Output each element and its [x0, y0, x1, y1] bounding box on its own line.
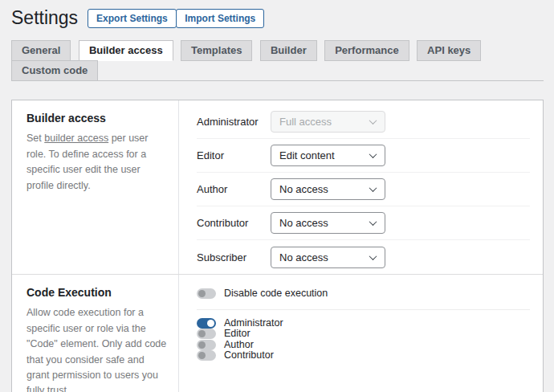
editor-access-select[interactable]: Edit content [271, 145, 385, 166]
builder-access-description: Set builder access per user role. To def… [26, 131, 169, 194]
page-header: Settings Export Settings Import Settings [11, 5, 544, 31]
author-code-toggle[interactable] [197, 340, 216, 350]
toggle-label: Administrator [224, 318, 283, 329]
chevron-down-icon [369, 185, 377, 193]
role-label: Author [197, 183, 271, 195]
chevron-down-icon [369, 218, 377, 227]
builder-access-section: Builder access Set builder access per us… [12, 100, 543, 274]
chevron-down-icon [369, 151, 377, 159]
tab-general[interactable]: General [11, 40, 71, 61]
code-execution-info: Code Execution Allow code execution for … [12, 275, 179, 392]
code-execution-heading: Code Execution [26, 286, 169, 299]
code-toggle-row-editor: Editor [197, 329, 530, 340]
toggle-label: Editor [224, 329, 251, 339]
toggle-knob [198, 290, 206, 297]
select-value: Full access [279, 116, 332, 128]
subscriber-access-select[interactable]: No access [271, 247, 385, 268]
divider [197, 309, 530, 310]
select-value: No access [279, 217, 328, 229]
author-access-select[interactable]: No access [271, 178, 385, 200]
tab-custom-code[interactable]: Custom code [11, 60, 98, 81]
toggle-knob [207, 320, 214, 327]
tab-api-keys[interactable]: API keys [417, 40, 481, 61]
code-execution-section: Code Execution Allow code execution for … [12, 274, 543, 392]
select-value: No access [279, 251, 328, 263]
export-settings-button[interactable]: Export Settings [88, 9, 177, 29]
role-label: Administrator [197, 116, 271, 128]
chevron-down-icon [369, 117, 377, 125]
role-label: Subscriber [197, 251, 271, 263]
disable-code-execution-toggle[interactable] [197, 288, 216, 299]
role-row-contributor: Contributor No access [197, 206, 530, 240]
tab-performance[interactable]: Performance [324, 40, 409, 61]
tab-builder-access[interactable]: Builder access [79, 40, 173, 61]
tab-templates[interactable]: Templates [181, 40, 252, 61]
role-row-administrator: Administrator Full access [197, 105, 530, 139]
toggle-label: Contributor [224, 350, 274, 361]
select-value: Edit content [279, 149, 335, 161]
role-label: Contributor [197, 217, 271, 229]
page-title: Settings [11, 6, 78, 31]
code-execution-description: Allow code execution for a specific user… [26, 305, 169, 392]
role-row-author: Author No access [197, 173, 530, 206]
contributor-access-select[interactable]: No access [271, 212, 385, 234]
code-toggle-row-author: Author [197, 339, 530, 350]
builder-access-link[interactable]: builder access [44, 133, 108, 144]
role-label: Editor [197, 149, 271, 161]
toggle-label: Author [224, 340, 254, 350]
builder-access-heading: Builder access [26, 112, 169, 125]
toggle-knob [198, 330, 206, 337]
import-settings-button[interactable]: Import Settings [176, 9, 264, 29]
builder-access-info: Builder access Set builder access per us… [12, 100, 179, 274]
toggle-label: Disable code execution [224, 288, 328, 299]
disable-code-execution-row: Disable code execution [197, 285, 530, 301]
settings-screen: Settings Export Settings Import Settings… [0, 0, 554, 392]
toggle-knob [198, 352, 206, 359]
chevron-down-icon [369, 252, 377, 260]
builder-access-fields: Administrator Full access Editor Edit co… [179, 100, 543, 274]
role-toggle-list: Administrator Editor Author Contributor [197, 317, 530, 361]
code-toggle-row-administrator: Administrator [197, 317, 530, 329]
settings-panel: Builder access Set builder access per us… [11, 100, 544, 392]
role-row-subscriber: Subscriber No access [197, 240, 530, 274]
code-toggle-row-contributor: Contributor [197, 350, 530, 361]
administrator-code-toggle[interactable] [197, 318, 216, 329]
role-row-editor: Editor Edit content [197, 139, 530, 173]
settings-tabbar: General Builder access Templates Builder… [11, 40, 544, 82]
toggle-knob [198, 341, 206, 349]
editor-code-toggle[interactable] [197, 329, 216, 339]
contributor-code-toggle[interactable] [197, 350, 216, 361]
code-execution-fields: Disable code execution Administrator Edi… [179, 275, 543, 392]
description-text: Set [26, 133, 44, 144]
select-value: No access [279, 183, 328, 195]
tab-builder[interactable]: Builder [260, 40, 317, 61]
administrator-access-select: Full access [271, 111, 385, 133]
header-actions: Export Settings Import Settings [88, 9, 264, 29]
